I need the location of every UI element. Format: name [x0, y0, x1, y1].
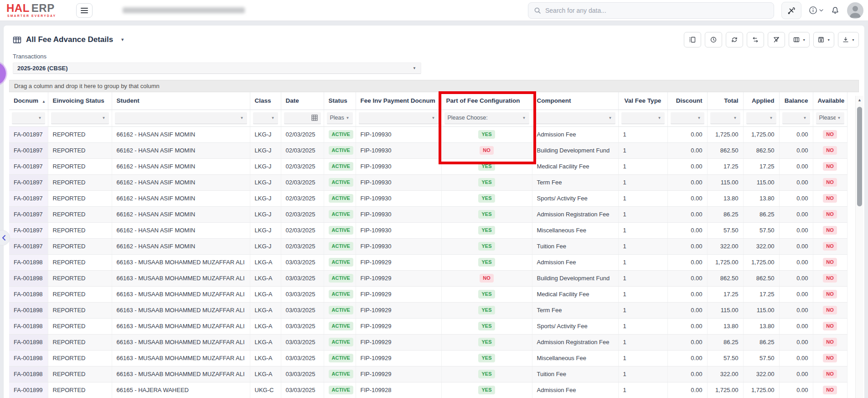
table-row[interactable]: FA-001898REPORTED66163 - MUSAAB MOHAMMED… — [9, 270, 847, 286]
table-row[interactable]: FA-001897REPORTED66162 - HASAN ASIF MOMI… — [9, 174, 847, 190]
cell-einvoicing-status: REPORTED — [48, 158, 112, 174]
filter-student[interactable]: ▼ — [115, 112, 247, 124]
column-header-docnum[interactable]: Docnum▲ — [9, 92, 48, 110]
table-row[interactable]: FA-001897REPORTED66162 - HASAN ASIF MOMI… — [9, 238, 847, 254]
table-row[interactable]: FA-001897REPORTED66162 - HASAN ASIF MOMI… — [9, 142, 847, 158]
menu-toggle-button[interactable] — [76, 3, 93, 18]
table-row[interactable]: FA-001898REPORTED66163 - MUSAAB MOHAMMED… — [9, 334, 847, 350]
cell-applied: 322.00 — [743, 238, 779, 254]
yesno-badge: YES — [478, 226, 495, 234]
user-avatar[interactable] — [847, 2, 863, 19]
view-selector[interactable]: All Fee Advance Details ▼ — [13, 35, 124, 44]
filter-date[interactable] — [284, 112, 321, 124]
columns-button[interactable]: ▼ — [789, 32, 810, 47]
cell-total: 115.00 — [707, 174, 743, 190]
column-header-part-of-fee-configuration[interactable]: Part of Fee Configuration — [441, 92, 532, 110]
table-row[interactable]: FA-001897REPORTED66162 - HASAN ASIF MOMI… — [9, 158, 847, 174]
cell-component: Medical Facility Fee — [532, 286, 618, 302]
cell-balance: 0.00 — [779, 222, 813, 238]
cell-fee-inv-payment-docnum: FIP-109930 — [356, 142, 441, 158]
table-row[interactable]: FA-001898REPORTED66163 - MUSAAB MOHAMMED… — [9, 254, 847, 270]
group-by-dropzone[interactable]: Drag a column and drop it here to group … — [9, 80, 859, 92]
column-header-status[interactable]: Status — [324, 92, 356, 110]
table-row[interactable]: FA-001897REPORTED66162 - HASAN ASIF MOMI… — [9, 126, 847, 142]
filter-class[interactable]: ▼ — [253, 112, 278, 124]
cell-applied: 86.25 — [743, 334, 779, 350]
filter-docnum[interactable]: ▼ — [12, 112, 45, 124]
status-badge: ACTIVE — [329, 130, 353, 138]
table-row[interactable]: FA-001898REPORTED66163 - MUSAAB MOHAMMED… — [9, 302, 847, 318]
global-search[interactable] — [528, 2, 774, 19]
yesno-badge: NO — [823, 386, 837, 394]
cell-student: 66163 - MUSAAB MOHAMMED MUZAFFAR ALI — [112, 302, 250, 318]
cell-discount: 0.00 — [667, 350, 707, 366]
column-header-val-fee-type[interactable]: Val Fee Type — [618, 92, 667, 110]
chevron-down-icon[interactable]: ▼ — [120, 37, 124, 42]
bell-icon — [831, 6, 840, 15]
column-header-date[interactable]: Date — [281, 92, 324, 110]
cell-component: Medical Facility Fee — [532, 158, 618, 174]
column-header-discount[interactable]: Discount — [667, 92, 707, 110]
column-header-applied[interactable]: Applied — [743, 92, 779, 110]
table-row[interactable]: FA-001897REPORTED66162 - HASAN ASIF MOMI… — [9, 206, 847, 222]
filter-available[interactable]: Please Ch▼ — [816, 112, 844, 124]
save-view-button[interactable]: ▼ — [813, 32, 834, 47]
cell-val-fee-type: 1 — [618, 126, 667, 142]
cell-val-fee-type: 1 — [618, 350, 667, 366]
calendar-icon[interactable] — [311, 115, 318, 121]
cell-fee-inv-payment-docnum: FIP-109929 — [356, 270, 441, 286]
filter-status[interactable]: Pleas▼ — [327, 112, 353, 124]
column-header-einvoicing-status[interactable]: Einvoicing Status — [48, 92, 112, 110]
info-menu[interactable] — [809, 6, 823, 15]
column-header-component[interactable]: Component — [532, 92, 618, 110]
filter-einvoicing-status[interactable]: ▼ — [51, 112, 109, 124]
detach-view-button[interactable] — [684, 32, 701, 47]
table-row[interactable]: FA-001898REPORTED66163 - MUSAAB MOHAMMED… — [9, 366, 847, 382]
cell-student: 66162 - HASAN ASIF MOMIN — [112, 238, 250, 254]
table-row[interactable]: FA-001898REPORTED66163 - MUSAAB MOHAMMED… — [9, 286, 847, 302]
table-row[interactable]: FA-001897REPORTED66162 - HASAN ASIF MOMI… — [9, 222, 847, 238]
cell-date: 03/03/2025 — [281, 366, 324, 382]
expand-width-button[interactable] — [747, 32, 764, 47]
table-row[interactable]: FA-001898REPORTED66163 - MUSAAB MOHAMMED… — [9, 318, 847, 334]
filter-fee-inv-payment-docnum[interactable]: ▼ — [359, 112, 439, 124]
export-download-button[interactable]: ▼ — [838, 32, 859, 47]
column-header-student[interactable]: Student — [112, 92, 250, 110]
refresh-button[interactable] — [726, 32, 743, 47]
filter-balance[interactable]: ▼ — [782, 112, 810, 124]
cell-class: LKG-J — [250, 190, 281, 206]
tools-button[interactable] — [781, 2, 801, 19]
vertical-scrollbar[interactable]: ▲ — [855, 96, 863, 398]
yesno-badge: NO — [823, 226, 837, 234]
table-row[interactable]: FA-001897REPORTED66162 - HASAN ASIF MOMI… — [9, 190, 847, 206]
search-input[interactable] — [545, 7, 768, 14]
filter-val-fee-type[interactable]: ▼ — [621, 112, 665, 124]
cell-docnum: FA-001898 — [9, 302, 48, 318]
table-row[interactable]: FA-001898REPORTED66163 - MUSAAB MOHAMMED… — [9, 350, 847, 366]
cell-val-fee-type: 1 — [618, 382, 667, 398]
column-header-total[interactable]: Total — [707, 92, 743, 110]
history-button[interactable] — [705, 32, 722, 47]
filter-part-of-fee-configuration[interactable]: Please Choose:▼ — [444, 112, 529, 124]
clear-filters-button[interactable] — [768, 32, 785, 47]
scrollbar-thumb[interactable] — [857, 107, 862, 206]
filter-applied[interactable]: ▼ — [746, 112, 776, 124]
yesno-badge: NO — [480, 274, 494, 282]
notifications-button[interactable] — [831, 6, 840, 15]
cell-discount: 0.00 — [667, 302, 707, 318]
column-header-class[interactable]: Class — [250, 92, 281, 110]
cell-date: 02/03/2025 — [281, 222, 324, 238]
table-row[interactable]: FA-001899REPORTED66165 - HAJERA WAHEEDUK… — [9, 382, 847, 398]
column-header-fee-inv-payment-docnum[interactable]: Fee Inv Payment Docnum — [356, 92, 441, 110]
cell-date: 02/03/2025 — [281, 126, 324, 142]
filter-component[interactable]: ▼ — [535, 112, 615, 124]
cell-student: 66163 - MUSAAB MOHAMMED MUZAFFAR ALI — [112, 318, 250, 334]
cell-student: 66162 - HASAN ASIF MOMIN — [112, 206, 250, 222]
filter-discount[interactable]: ▼ — [671, 112, 704, 124]
scroll-up-arrow-icon[interactable]: ▲ — [856, 96, 863, 104]
column-header-available[interactable]: Available — [813, 92, 847, 110]
transactions-select[interactable]: 2025-2026 (CBSE) ▼ — [13, 63, 421, 74]
filter-total[interactable]: ▼ — [710, 112, 740, 124]
cell-available: NO — [813, 350, 847, 366]
column-header-balance[interactable]: Balance — [779, 92, 813, 110]
